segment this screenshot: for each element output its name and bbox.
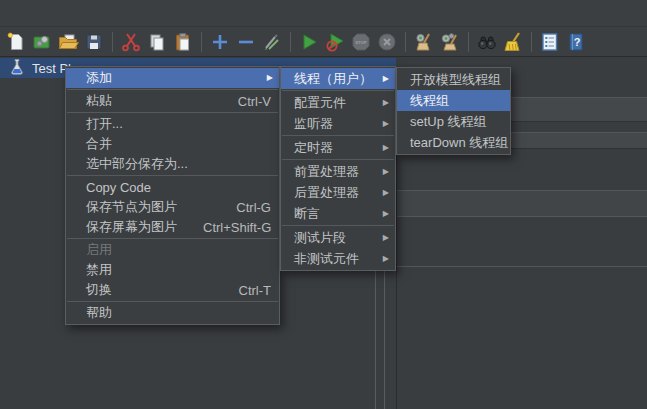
menu-item-label: 启用 <box>86 241 112 259</box>
menubar-item[interactable] <box>23 9 41 17</box>
menu-item-label: 帮助 <box>86 304 112 322</box>
menu-item[interactable]: 打开... ▶ <box>66 114 279 134</box>
menu-item[interactable]: 非测试元件 ▶ <box>281 248 395 269</box>
submenu-arrow-icon: ▶ <box>383 234 389 242</box>
edit-toggle-icon[interactable] <box>260 30 284 54</box>
toolbar-separator <box>468 32 469 52</box>
menu-item-label: 保存节点为图片 <box>86 198 177 216</box>
cut-icon[interactable] <box>119 30 143 54</box>
menubar-item[interactable] <box>77 9 95 17</box>
menu-item[interactable]: Copy Code ▶ <box>66 177 279 197</box>
menu-separator <box>282 90 394 91</box>
menu-item[interactable]: 配置元件 ▶ <box>281 92 395 113</box>
menu-item-label: 线程（用户） <box>294 70 372 88</box>
menu-separator <box>67 175 278 176</box>
clear-results-icon[interactable] <box>412 30 436 54</box>
menu-item-label: 线程组 <box>410 92 449 110</box>
toolbar: STOP ? <box>0 27 647 57</box>
menu-separator <box>282 159 394 160</box>
menu-item[interactable]: 断言 ▶ <box>281 203 395 224</box>
menu-item[interactable]: 保存屏幕为图片 Ctrl+Shift-G ▶ <box>66 217 279 237</box>
submenu-arrow-icon: ▶ <box>267 74 273 82</box>
menu-item[interactable]: 线程组 <box>397 90 510 111</box>
menu-item[interactable]: 添加 ▶ <box>66 68 279 88</box>
menu-item[interactable]: 切换 Ctrl-T ▶ <box>66 280 279 300</box>
menu-item[interactable]: 启用 ▶ <box>66 240 279 260</box>
menu-item[interactable]: 开放模型线程组 <box>397 69 510 90</box>
svg-text:?: ? <box>574 36 581 48</box>
menu-item-label: 选中部分保存为... <box>86 155 188 173</box>
toolbar-separator <box>112 32 113 52</box>
toolbar-separator <box>531 32 532 52</box>
menu-item-label: 添加 <box>86 69 112 87</box>
menu-separator <box>282 225 394 226</box>
menu-separator <box>67 89 278 90</box>
menu-item[interactable]: 定时器 ▶ <box>281 137 395 158</box>
menubar-item[interactable] <box>113 9 131 17</box>
submenu-arrow-icon: ▶ <box>383 210 389 218</box>
menubar-item[interactable] <box>59 9 77 17</box>
menu-item-label: 开放模型线程组 <box>410 71 501 89</box>
start-no-timers-icon[interactable] <box>323 30 347 54</box>
menu-item-label: 打开... <box>86 115 123 133</box>
menubar-item[interactable] <box>41 9 59 17</box>
menu-item[interactable]: 测试片段 ▶ <box>281 227 395 248</box>
menu-item[interactable]: 保存节点为图片 Ctrl-G ▶ <box>66 197 279 217</box>
stop-icon[interactable]: STOP <box>349 30 373 54</box>
submenu-arrow-icon: ▶ <box>383 168 389 176</box>
clear-search-icon[interactable] <box>501 30 525 54</box>
menu-item-label: 后置处理器 <box>294 184 359 202</box>
open-icon[interactable] <box>56 30 80 54</box>
menu-item-label: 配置元件 <box>294 94 346 112</box>
submenu-arrow-icon: ▶ <box>383 120 389 128</box>
function-helper-icon[interactable] <box>538 30 562 54</box>
menu-item-label: 禁用 <box>86 261 112 279</box>
remove-icon[interactable] <box>234 30 258 54</box>
menu-item-label: setUp 线程组 <box>410 113 487 131</box>
table-header <box>397 191 647 216</box>
thread-group-submenu: 开放模型线程组 线程组 setUp 线程组 tearDown 线程组 <box>396 67 511 155</box>
menu-item[interactable]: 合并 ▶ <box>66 134 279 154</box>
help-icon[interactable]: ? <box>564 30 588 54</box>
submenu-arrow-icon: ▶ <box>383 255 389 263</box>
copy-icon[interactable] <box>145 30 169 54</box>
menu-item-label: 定时器 <box>294 139 333 157</box>
paste-icon[interactable] <box>171 30 195 54</box>
menu-separator <box>67 112 278 113</box>
menu-item-label: 监听器 <box>294 115 333 133</box>
menu-item[interactable]: 禁用 ▶ <box>66 260 279 280</box>
svg-text:STOP: STOP <box>355 39 367 44</box>
add-icon[interactable] <box>208 30 232 54</box>
save-icon[interactable] <box>82 30 106 54</box>
menu-item-label: 切换 <box>86 281 112 299</box>
menu-item[interactable]: 前置处理器 ▶ <box>281 161 395 182</box>
menu-item[interactable]: 后置处理器 ▶ <box>281 182 395 203</box>
menubar-item[interactable] <box>5 9 23 17</box>
new-file-icon[interactable] <box>4 30 28 54</box>
menu-item-shortcut: Ctrl-T <box>213 283 272 298</box>
shutdown-icon[interactable] <box>375 30 399 54</box>
menubar-item[interactable] <box>95 9 113 17</box>
menu-item[interactable]: 粘贴 Ctrl-V ▶ <box>66 91 279 111</box>
submenu-arrow-icon: ▶ <box>383 99 389 107</box>
menu-item[interactable]: setUp 线程组 <box>397 111 510 132</box>
toolbar-separator <box>201 32 202 52</box>
search-icon[interactable] <box>475 30 499 54</box>
submenu-arrow-icon: ▶ <box>383 75 389 83</box>
menu-item-label: 合并 <box>86 135 112 153</box>
menu-item-label: 测试片段 <box>294 229 346 247</box>
menu-item[interactable]: 选中部分保存为... ▶ <box>66 154 279 174</box>
menu-item-shortcut: Ctrl-V <box>212 94 271 109</box>
toolbar-separator <box>405 32 406 52</box>
menu-item[interactable]: 线程（用户） ▶ <box>281 68 395 89</box>
clear-all-results-icon[interactable] <box>438 30 462 54</box>
templates-icon[interactable] <box>30 30 54 54</box>
menu-item[interactable]: 监听器 ▶ <box>281 113 395 134</box>
menu-item[interactable]: tearDown 线程组 <box>397 132 510 153</box>
start-icon[interactable] <box>297 30 321 54</box>
context-menu: 添加 ▶ 粘贴 Ctrl-V ▶ 打开... ▶ 合并 ▶ 选中部分保存为...… <box>65 66 280 325</box>
menu-item-shortcut: Ctrl-G <box>210 200 271 215</box>
menu-item-label: 保存屏幕为图片 <box>86 218 177 236</box>
menu-item[interactable]: 帮助 ▶ <box>66 303 279 323</box>
menu-item-label: 断言 <box>294 205 320 223</box>
